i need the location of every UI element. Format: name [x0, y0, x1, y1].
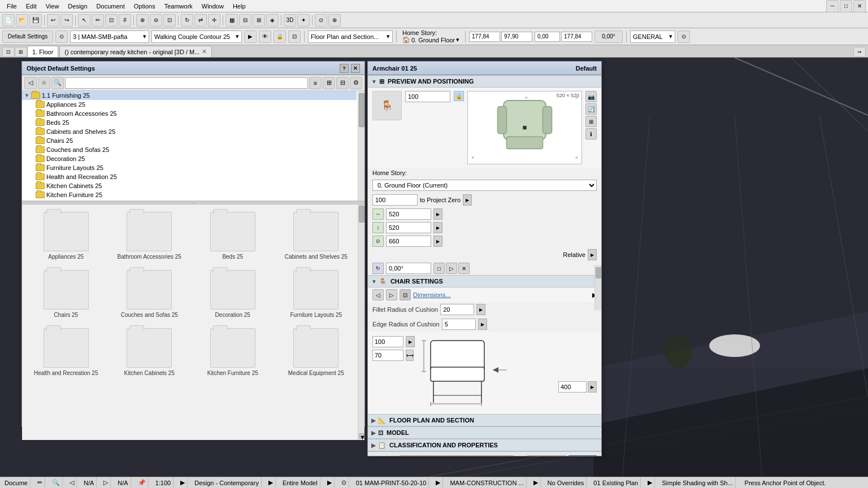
- line-btn[interactable]: ⊡: [105, 14, 118, 27]
- angle-icon[interactable]: ↻: [372, 263, 384, 274]
- menu-edit[interactable]: Edit: [21, 2, 41, 11]
- ods-fav-btn[interactable]: ☆: [38, 77, 50, 89]
- render-btn[interactable]: ✦: [297, 14, 310, 27]
- coord-x-input[interactable]: [469, 32, 500, 42]
- ods-close-btn[interactable]: ✕: [351, 64, 360, 73]
- dim-symbol-70[interactable]: ⟷: [406, 350, 414, 361]
- tree-item-chairs[interactable]: Chairs 25: [22, 136, 357, 145]
- grid-item-couches[interactable]: Couches and Sofas 25: [110, 267, 189, 321]
- grid-item-furniture-layouts[interactable]: Furniture Layouts 25: [277, 267, 356, 321]
- fillet-arrow[interactable]: ▶: [476, 304, 485, 315]
- grid-item-health[interactable]: Health and Recreation 25: [27, 325, 106, 379]
- grid-scrollbar[interactable]: ▼: [358, 204, 364, 440]
- move-btn[interactable]: ✛: [208, 14, 220, 27]
- tab-kitchen[interactable]: () contemporary ready kitchen - original…: [59, 46, 212, 57]
- status-nav2[interactable]: ▷: [101, 477, 111, 488]
- tree-scrollbar-thumb[interactable]: [359, 93, 364, 127]
- default-settings-btn[interactable]: Default Settings: [2, 30, 53, 43]
- interior-furniture-select[interactable]: Interior - Furniture: [400, 455, 514, 456]
- tree-item-kitchen-furniture[interactable]: Kitchen Furniture 25: [22, 190, 357, 199]
- guide-btn[interactable]: ⊕: [328, 14, 341, 27]
- new-btn[interactable]: 📄: [2, 14, 15, 27]
- angle-btn1[interactable]: □: [433, 263, 445, 274]
- tab-split-btn[interactable]: ⇒: [853, 47, 866, 57]
- ods-tree-scroll[interactable]: ▼ 1.1 Furnishing 25 Appliances 25 Bathro…: [22, 91, 364, 201]
- tab-grid-btn[interactable]: ⊞: [15, 47, 27, 57]
- grid-scrollbar-thumb[interactable]: [359, 206, 364, 223]
- lock-toggle-btn[interactable]: 🔒: [454, 91, 464, 101]
- relative-arrow[interactable]: ▶: [588, 249, 597, 260]
- dim-arrow-400[interactable]: ▶: [588, 381, 597, 393]
- menu-view[interactable]: View: [41, 2, 64, 11]
- tree-item-health[interactable]: Health and Recreation 25: [22, 172, 357, 181]
- status-edit-mode[interactable]: ✏: [35, 477, 45, 488]
- door-btn[interactable]: ⊟: [239, 14, 251, 27]
- pos-y-input[interactable]: [386, 222, 431, 233]
- section-preview[interactable]: ▼ ⊞ PREVIEW AND POSITIONING: [368, 75, 601, 88]
- section-classification[interactable]: ▶ 📋 CLASSIFICATION AND PROPERTIES: [368, 439, 601, 451]
- grid-item-beds[interactable]: Beds 25: [193, 209, 272, 263]
- pos-z-arrow[interactable]: ▶: [433, 236, 442, 247]
- tree-item-furnishing[interactable]: ▼ 1.1 Furnishing 25: [22, 91, 357, 100]
- zoom-in-btn[interactable]: ⊕: [136, 14, 149, 27]
- edge-radius-input[interactable]: [442, 319, 476, 330]
- status-style-arrow[interactable]: ▶: [266, 477, 276, 488]
- pos-y-arrow[interactable]: ▶: [433, 222, 442, 233]
- angle-btn3[interactable]: ✕: [458, 263, 470, 274]
- ods-help-btn[interactable]: ?: [340, 64, 349, 73]
- object-btn[interactable]: ◈: [266, 14, 279, 27]
- general-dropdown[interactable]: GENERAL ▾: [630, 30, 675, 43]
- tree-item-bathroom[interactable]: Bathroom Accessories 25: [22, 109, 357, 118]
- redo-btn[interactable]: ↪: [60, 14, 73, 27]
- mirror-btn[interactable]: ⇌: [194, 14, 207, 27]
- grid-item-kitchen-cabinets[interactable]: Kitchen Cabinets 25: [110, 325, 189, 379]
- section-floor-plan[interactable]: ▶ 📐 FLOOR PLAN AND SECTION: [368, 414, 601, 426]
- dim-next-btn[interactable]: ▷: [386, 289, 397, 300]
- tree-item-decoration[interactable]: Decoration 25: [22, 154, 357, 163]
- preview-btn3[interactable]: ⊞: [585, 116, 597, 127]
- ods-view-list-btn[interactable]: ≡: [309, 77, 322, 89]
- lock-btn2[interactable]: 🔒: [274, 30, 286, 43]
- select-btn[interactable]: ↖: [78, 14, 90, 27]
- ods-settings-btn[interactable]: ⚙: [350, 77, 362, 89]
- menu-help[interactable]: Help: [228, 2, 250, 11]
- cancel-button[interactable]: Cancel: [527, 455, 566, 456]
- tab-nav-left[interactable]: ⊡: [2, 47, 15, 57]
- grid-item-cabinets[interactable]: Cabinets and Shelves 25: [277, 209, 356, 263]
- section-chair-settings[interactable]: ▼ 🪑 CHAIR SETTINGS: [368, 275, 601, 287]
- dim-input-70[interactable]: [372, 350, 403, 361]
- preview-value-input[interactable]: [405, 91, 450, 102]
- status-layer-arrow[interactable]: ▶: [433, 477, 443, 488]
- tab-floor[interactable]: 1. Floor: [27, 46, 58, 57]
- menu-options[interactable]: Options: [129, 2, 160, 11]
- to-project-zero-arrow[interactable]: ▶: [463, 194, 472, 206]
- status-construction-arrow[interactable]: ▶: [531, 477, 541, 488]
- ods-view-detail-btn[interactable]: ⊞: [323, 77, 335, 89]
- tree-item-furniture-layouts[interactable]: Furniture Layouts 25: [22, 163, 357, 172]
- nav-btn[interactable]: ⊡: [288, 30, 301, 43]
- undo-btn[interactable]: ↩: [47, 14, 59, 27]
- menu-document[interactable]: Document: [92, 2, 129, 11]
- bottom-icon2[interactable]: 👁: [386, 456, 397, 456]
- dim-input-400[interactable]: [558, 381, 587, 393]
- status-layer-icon[interactable]: ⊙: [339, 477, 349, 488]
- open-btn[interactable]: 📂: [16, 14, 28, 27]
- preview-btn1[interactable]: 📷: [585, 91, 597, 102]
- preview-btn2[interactable]: 🔄: [585, 103, 597, 115]
- home-story-select[interactable]: 0. Ground Floor (Current): [372, 180, 597, 191]
- angle-input[interactable]: [386, 263, 431, 274]
- coord-angle-input[interactable]: [561, 32, 592, 42]
- rotate-btn[interactable]: ↻: [181, 14, 193, 27]
- close-btn[interactable]: ✕: [853, 0, 866, 12]
- grid-btn[interactable]: #: [119, 14, 131, 27]
- section-model[interactable]: ▶ ⊡ MODEL: [368, 426, 601, 439]
- pos-x-arrow[interactable]: ▶: [433, 208, 442, 220]
- tree-item-couches[interactable]: Couches and Sofas 25: [22, 145, 357, 154]
- grid-scrollbar-down[interactable]: ▼: [359, 433, 364, 439]
- tree-item-beds[interactable]: Beds 25: [22, 118, 357, 127]
- ods-back-btn[interactable]: ◁: [24, 77, 37, 89]
- bottom-icon1[interactable]: 🔑: [372, 456, 384, 456]
- ok-button[interactable]: OK: [568, 455, 597, 456]
- status-zoom[interactable]: 🔍: [50, 477, 63, 488]
- dim-arrow-100[interactable]: ▶: [406, 336, 415, 347]
